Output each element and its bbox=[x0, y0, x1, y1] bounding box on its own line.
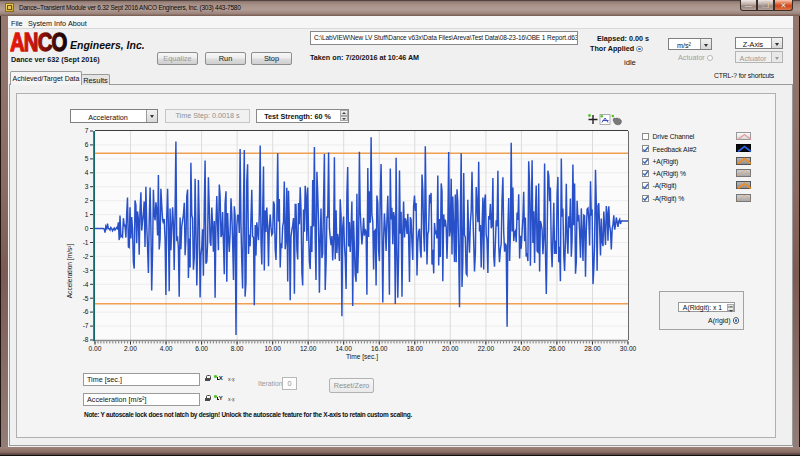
svg-text:8.00: 8.00 bbox=[231, 345, 244, 352]
svg-text:0: 0 bbox=[85, 225, 89, 232]
svg-text:-3: -3 bbox=[83, 267, 89, 274]
svg-text:-2: -2 bbox=[83, 253, 89, 260]
svg-text:20.00: 20.00 bbox=[442, 345, 459, 352]
svg-text:16.00: 16.00 bbox=[371, 345, 388, 352]
svg-text:-7: -7 bbox=[83, 322, 89, 329]
svg-text:24.00: 24.00 bbox=[513, 345, 530, 352]
svg-text:0.00: 0.00 bbox=[89, 345, 102, 352]
svg-text:30.00: 30.00 bbox=[620, 345, 637, 352]
svg-text:7: 7 bbox=[85, 127, 89, 134]
svg-text:1: 1 bbox=[85, 211, 89, 218]
svg-text:6.00: 6.00 bbox=[195, 345, 208, 352]
svg-text:-4: -4 bbox=[83, 281, 89, 288]
svg-text:Acceleration [m/s²]: Acceleration [m/s²] bbox=[66, 244, 74, 299]
svg-text:28.00: 28.00 bbox=[584, 345, 601, 352]
svg-text:10.00: 10.00 bbox=[264, 345, 281, 352]
svg-text:-5: -5 bbox=[83, 295, 89, 302]
svg-text:18.00: 18.00 bbox=[407, 345, 424, 352]
svg-text:4: 4 bbox=[85, 169, 89, 176]
svg-text:Time [sec.]: Time [sec.] bbox=[346, 353, 378, 361]
svg-text:12.00: 12.00 bbox=[300, 345, 317, 352]
svg-text:-1: -1 bbox=[83, 239, 89, 246]
svg-text:14.00: 14.00 bbox=[335, 345, 352, 352]
svg-text:6: 6 bbox=[85, 141, 89, 148]
svg-text:-6: -6 bbox=[83, 308, 89, 315]
svg-text:-8: -8 bbox=[83, 336, 89, 343]
svg-text:4.00: 4.00 bbox=[160, 345, 173, 352]
svg-text:5: 5 bbox=[85, 155, 89, 162]
svg-text:22.00: 22.00 bbox=[478, 345, 495, 352]
svg-text:ANCO: ANCO bbox=[10, 31, 67, 57]
svg-text:2: 2 bbox=[85, 197, 89, 204]
svg-text:2.00: 2.00 bbox=[124, 345, 137, 352]
svg-text:26.00: 26.00 bbox=[549, 345, 566, 352]
svg-text:3: 3 bbox=[85, 183, 89, 190]
